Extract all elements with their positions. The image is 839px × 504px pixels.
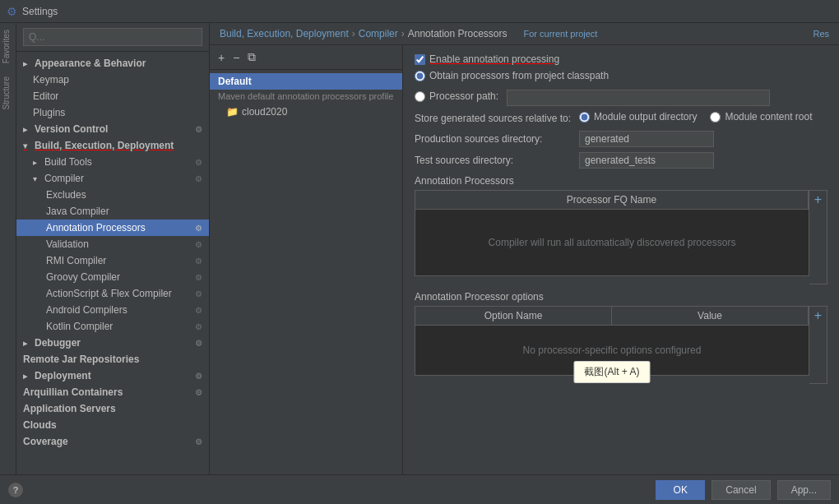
module-label-cloud2020: cloud2020 bbox=[242, 106, 287, 118]
profile-list: Default Maven default annotation process… bbox=[210, 70, 402, 123]
production-sources-label: Production sources directory: bbox=[415, 133, 579, 145]
apply-button[interactable]: App... bbox=[777, 480, 831, 500]
sidebar-label-kotlin-compiler: Kotlin Compiler bbox=[46, 321, 113, 332]
options-table: Option Name Value No processor-specific … bbox=[415, 306, 809, 376]
options-table-body: No processor-specific options configured… bbox=[415, 326, 809, 375]
app-icon: ⚙ bbox=[7, 5, 17, 18]
search-input[interactable] bbox=[23, 28, 202, 46]
add-processor-button[interactable]: + bbox=[811, 192, 826, 207]
sidebar-item-build-tools[interactable]: ▸ Build Tools ⚙ bbox=[16, 154, 209, 170]
obtain-processors-row: Obtain processors from project classpath bbox=[415, 70, 827, 85]
option-name-header: Option Name bbox=[415, 307, 612, 325]
sidebar-item-android-compilers[interactable]: Android Compilers ⚙ bbox=[16, 302, 209, 318]
arquillian-settings-icon: ⚙ bbox=[195, 388, 202, 397]
sidebar-item-plugins[interactable]: Plugins bbox=[16, 104, 209, 121]
profile-module-cloud2020[interactable]: 📁 cloud2020 bbox=[210, 104, 402, 119]
production-sources-input[interactable] bbox=[579, 131, 714, 147]
sidebar-item-debugger[interactable]: ▸ Debugger ⚙ bbox=[16, 335, 209, 351]
breadcrumb-sep-1: › bbox=[352, 28, 355, 39]
groovy-settings-icon: ⚙ bbox=[195, 273, 202, 282]
sidebar-label-annotation-processors: Annotation Processors bbox=[46, 222, 146, 234]
sidebar-item-excludes[interactable]: Excludes bbox=[16, 187, 209, 203]
processor-path-label[interactable]: Processor path: bbox=[415, 90, 498, 102]
bottom-bar: ? OK Cancel App... bbox=[0, 474, 839, 504]
sidebar-item-build[interactable]: ▾ Build, Execution, Deployment bbox=[16, 137, 209, 154]
ok-button[interactable]: OK bbox=[656, 480, 705, 500]
sidebar-item-clouds[interactable]: Clouds bbox=[16, 417, 209, 433]
sidebar-label-android-compilers: Android Compilers bbox=[46, 304, 127, 316]
sidebar-item-annotation-processors[interactable]: Annotation Processors ⚙ bbox=[16, 220, 209, 236]
sidebar-item-keymap[interactable]: Keymap bbox=[16, 72, 209, 88]
annotation-settings: Enable annotation processing Obtain proc… bbox=[403, 45, 839, 474]
sidebar-label-build: Build, Execution, Deployment bbox=[35, 140, 174, 151]
actionscript-settings-icon: ⚙ bbox=[195, 289, 202, 298]
store-generated-options: Module output directory Module content r… bbox=[579, 111, 812, 126]
sidebar-item-arquillian[interactable]: Arquillian Containers ⚙ bbox=[16, 384, 209, 400]
sidebar-item-coverage[interactable]: Coverage ⚙ bbox=[16, 433, 209, 450]
sidebar-item-deployment[interactable]: ▸ Deployment ⚙ bbox=[16, 368, 209, 384]
sidebar-item-editor[interactable]: Editor bbox=[16, 88, 209, 104]
test-sources-input[interactable] bbox=[579, 152, 714, 169]
module-content-radio[interactable] bbox=[710, 112, 721, 123]
enable-annotation-label[interactable]: Enable annotation processing bbox=[415, 53, 559, 65]
reset-link[interactable]: Res bbox=[813, 29, 829, 39]
sidebar-item-vcs[interactable]: ▸ Version Control ⚙ bbox=[16, 121, 209, 137]
sidebar-item-validation[interactable]: Validation ⚙ bbox=[16, 236, 209, 252]
title-bar-text: Settings bbox=[22, 6, 58, 17]
add-profile-button[interactable]: + bbox=[215, 49, 228, 66]
sidebar-item-remote-jar[interactable]: Remote Jar Repositories bbox=[16, 351, 209, 368]
vertical-tabs: Favorites Structure bbox=[0, 23, 16, 474]
processor-path-radio[interactable] bbox=[415, 91, 425, 102]
copy-profile-button[interactable]: ⧉ bbox=[244, 49, 259, 66]
module-output-label[interactable]: Module output directory bbox=[579, 111, 697, 123]
collapse-arrow-build: ▾ bbox=[23, 141, 31, 150]
kotlin-settings-icon: ⚙ bbox=[195, 322, 202, 331]
sidebar-item-compiler[interactable]: ▾ Compiler ⚙ bbox=[16, 170, 209, 187]
add-option-button[interactable]: + bbox=[811, 308, 826, 323]
sidebar-item-rmi-compiler[interactable]: RMI Compiler ⚙ bbox=[16, 252, 209, 269]
test-sources-row: Test sources directory: bbox=[415, 152, 827, 169]
breadcrumb: Build, Execution, Deployment › Compiler … bbox=[210, 23, 839, 45]
sidebar-item-appearance[interactable]: ▸ Appearance & Behavior bbox=[16, 55, 209, 72]
processors-table-body: Compiler will run all automatically disc… bbox=[415, 210, 809, 275]
debugger-settings-icon: ⚙ bbox=[195, 339, 202, 348]
production-sources-row: Production sources directory: bbox=[415, 131, 827, 147]
sidebar-item-actionscript[interactable]: ActionScript & Flex Compiler ⚙ bbox=[16, 285, 209, 302]
profile-label-default: Default bbox=[218, 76, 252, 87]
processors-table-header: Processor FQ Name bbox=[415, 191, 809, 210]
sidebar-item-kotlin-compiler[interactable]: Kotlin Compiler ⚙ bbox=[16, 318, 209, 335]
obtain-processors-radio[interactable] bbox=[415, 71, 425, 81]
breadcrumb-sep-2: › bbox=[401, 28, 405, 39]
option-value-header: Value bbox=[612, 307, 809, 325]
module-output-radio[interactable] bbox=[579, 112, 590, 123]
collapse-arrow-vcs: ▸ bbox=[23, 125, 31, 134]
breadcrumb-for-project[interactable]: For current project bbox=[524, 29, 598, 39]
module-content-label[interactable]: Module content root bbox=[710, 111, 812, 123]
sidebar-label-debugger: Debugger bbox=[35, 337, 81, 349]
sidebar-item-app-servers[interactable]: Application Servers bbox=[16, 400, 209, 417]
sidebar-item-java-compiler[interactable]: Java Compiler bbox=[16, 203, 209, 220]
help-button[interactable]: ? bbox=[8, 483, 23, 497]
sidebar-label-compiler: Compiler bbox=[44, 173, 84, 184]
remove-profile-button[interactable]: − bbox=[229, 49, 243, 66]
processor-path-input[interactable] bbox=[507, 90, 770, 106]
vertical-tab-favorites[interactable]: Favorites bbox=[0, 23, 16, 70]
options-section-label: Annotation Processor options bbox=[415, 291, 827, 303]
test-sources-label: Test sources directory: bbox=[415, 155, 579, 166]
dialog-split: + − ⧉ Default Maven default annotation p… bbox=[210, 45, 839, 474]
processor-path-text: Processor path: bbox=[429, 90, 498, 102]
bottom-right: OK Cancel App... bbox=[656, 480, 831, 500]
vcs-settings-icon: ⚙ bbox=[195, 125, 202, 134]
profile-item-default[interactable]: Default bbox=[210, 73, 402, 90]
profile-panel: + − ⧉ Default Maven default annotation p… bbox=[210, 45, 403, 474]
validation-settings-icon: ⚙ bbox=[195, 240, 202, 249]
cancel-button[interactable]: Cancel bbox=[712, 480, 770, 500]
bottom-left: ? bbox=[8, 483, 23, 497]
enable-annotation-checkbox[interactable] bbox=[415, 54, 425, 65]
vertical-tab-structure[interactable]: Structure bbox=[0, 70, 16, 117]
obtain-processors-label[interactable]: Obtain processors from project classpath bbox=[415, 70, 609, 81]
content-panel: Build, Execution, Deployment › Compiler … bbox=[210, 23, 839, 474]
screenshot-tooltip-text: 截图(Alt + A) bbox=[573, 361, 650, 383]
sidebar-label-editor: Editor bbox=[33, 90, 58, 102]
sidebar-item-groovy-compiler[interactable]: Groovy Compiler ⚙ bbox=[16, 269, 209, 285]
